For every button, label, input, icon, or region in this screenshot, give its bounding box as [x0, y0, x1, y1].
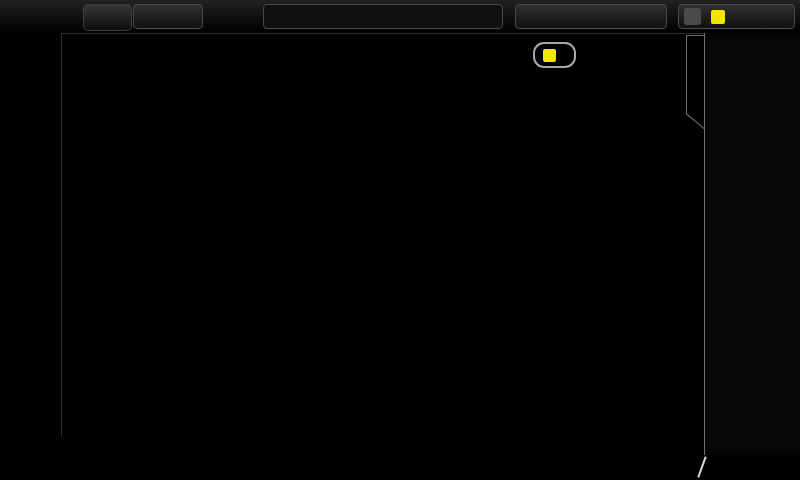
waveform-position-bar[interactable]	[263, 4, 503, 29]
left-menu-title	[0, 33, 61, 39]
left-menu	[0, 33, 62, 437]
freq-counter-channel-badge	[543, 49, 556, 62]
top-bar	[0, 0, 800, 34]
trigger-info	[678, 4, 795, 29]
memory-window-indicator	[264, 5, 502, 28]
right-menu	[704, 33, 800, 455]
channel-status-bar	[0, 455, 800, 480]
horizontal-timebase	[133, 4, 203, 29]
run-stop-status[interactable]	[83, 4, 132, 31]
trigger-label	[684, 8, 701, 25]
waveform-grid	[64, 35, 690, 437]
menu-tab-save	[686, 35, 704, 113]
trigger-source-badge	[711, 10, 725, 24]
waveform-display	[64, 35, 690, 437]
oscilloscope-screen	[0, 0, 800, 480]
divider	[697, 456, 706, 477]
trigger-level-marker[interactable]	[686, 250, 700, 263]
frequency-counter	[533, 42, 576, 68]
horizontal-delay	[515, 4, 667, 29]
